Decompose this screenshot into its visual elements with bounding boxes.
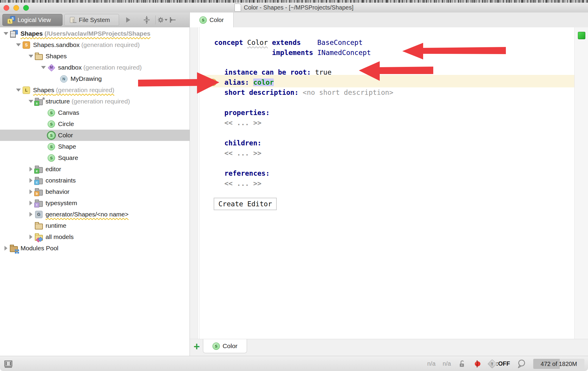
hide-panel-button[interactable] [168, 15, 178, 25]
tree-item-canvas[interactable]: SCanvas [0, 107, 190, 118]
tree-item-runtime[interactable]: runtime [0, 220, 190, 231]
create-editor-button[interactable]: Create Editor [214, 198, 277, 210]
tree-item-suffix: (generation required) [70, 98, 130, 105]
folder-icon [35, 222, 43, 230]
logical-view-tab[interactable]: SL Logical View [2, 14, 62, 26]
tree-item-typesystem[interactable]: ttypesystem [0, 197, 190, 209]
tree-item-color[interactable]: SColor [0, 130, 190, 141]
collapse-arrow-icon[interactable] [40, 66, 46, 69]
concept-sel-icon: S [47, 131, 55, 139]
logical-view-label: Logical View [18, 17, 51, 23]
expand-arrow-icon[interactable] [28, 201, 34, 205]
concept-editor[interactable]: concept Color extends BaseConcept implem… [190, 27, 588, 356]
collapse-arrow-icon[interactable] [3, 32, 9, 35]
tree-item-label: Shapes.sandbox [33, 41, 79, 48]
tree-item-square[interactable]: SSquare [0, 152, 190, 164]
code-cell-pl [301, 39, 317, 46]
code-line-1[interactable]: implements INamedConcept [214, 48, 371, 58]
code-line-8[interactable]: << ... >> [224, 148, 262, 158]
gear-dropdown-caret-icon [165, 19, 168, 21]
tree-item-shapes[interactable]: Shapes (/Users/vaclav/MPSProjects/Shapes [0, 28, 190, 39]
concept-icon: S [212, 342, 220, 350]
code-cell-kw: short description: [224, 89, 298, 96]
code-line-5[interactable]: properties: [224, 108, 270, 118]
code-line-0[interactable]: concept Color extends BaseConcept [214, 37, 363, 48]
code-line-9[interactable]: references: [224, 168, 270, 178]
tree: Shapes (/Users/vaclav/MPSProjects/Shapes… [0, 28, 190, 254]
folder-modules-icon [10, 244, 18, 252]
memory-indicator[interactable]: 472 of 1820M [533, 359, 584, 369]
tree-item-constraints[interactable]: cconstraints [0, 175, 190, 186]
expand-arrow-icon[interactable] [28, 235, 34, 239]
add-tab-button[interactable]: + [192, 342, 202, 352]
tree-item-label: constraints [46, 177, 76, 184]
file-system-tab[interactable]: File System [64, 14, 119, 26]
folder-models-icon [35, 233, 43, 241]
memory-indicator-label: 472 of 1820M [533, 359, 584, 369]
bottom-tab-color[interactable]: S Color [203, 339, 247, 353]
tree-item-label: Circle [58, 120, 74, 127]
expand-arrow-icon[interactable] [28, 178, 34, 183]
tree-item-generator-shapes-no-name[interactable]: Ggenerator/Shapes/<no name> [0, 209, 190, 220]
play-button[interactable] [123, 15, 133, 25]
code-cell-dots: << ... >> [224, 149, 262, 157]
tree-item-label: Shapes [21, 30, 43, 37]
toolbar-separator [155, 15, 156, 24]
code-line-10[interactable]: << ... >> [224, 178, 262, 188]
code-line-6[interactable]: << ... >> [224, 118, 262, 128]
unlocked-padlock-icon[interactable] [458, 360, 466, 368]
code-cell-pl [313, 49, 317, 56]
tree-item-suffix: (generation required) [82, 64, 142, 71]
code-line-4[interactable]: short description: <no short description… [224, 87, 393, 98]
gear-icon [157, 16, 164, 24]
tree-item-sandbox[interactable]: Msandbox (generation required) [0, 62, 190, 73]
code-line-3[interactable]: alias: color [224, 77, 274, 87]
tree-item-mydrawing[interactable]: NMyDrawing [0, 73, 190, 84]
collapse-all-icon [142, 15, 151, 24]
collapse-all-button[interactable] [142, 15, 152, 25]
tree-item-label: typesystem [46, 199, 77, 206]
status-bar: n/a n/a T :OFF 472 of 1820 [0, 356, 588, 371]
tree-item-shapes-sandbox[interactable]: SShapes.sandbox (generation required) [0, 39, 190, 51]
expand-arrow-icon[interactable] [28, 189, 34, 194]
typesystem-toggle[interactable]: T :OFF [489, 360, 510, 367]
code-cell-kw: alias: [224, 78, 249, 86]
code-cell-pl [298, 89, 303, 96]
inspection-status-indicator[interactable] [578, 32, 585, 39]
code-cell-kw: extends [272, 39, 301, 46]
collapse-arrow-icon[interactable] [15, 43, 21, 46]
expand-arrow-icon[interactable] [28, 212, 34, 217]
file-system-label: File System [79, 17, 110, 23]
code-line-2[interactable]: instance can be root: true [224, 67, 331, 77]
diamond-m-icon: M [47, 64, 55, 72]
typesystem-icon: T [488, 359, 497, 368]
tree-item-editor[interactable]: eeditor [0, 164, 190, 175]
editor-tab-color[interactable]: S Color [190, 12, 234, 27]
tree-item-shapes[interactable]: Shapes [0, 51, 190, 62]
intention-bulb-icon[interactable] [209, 79, 217, 86]
migration-alert-icon[interactable] [473, 359, 482, 368]
collapse-arrow-icon[interactable] [28, 55, 34, 58]
notification-bubble-icon[interactable] [517, 359, 526, 369]
tree-item-all-models[interactable]: all models [0, 231, 190, 243]
settings-button[interactable] [157, 15, 168, 25]
code-line-7[interactable]: children: [224, 138, 262, 148]
concept-icon: S [47, 120, 55, 128]
expand-arrow-icon[interactable] [28, 167, 34, 172]
tree-item-circle[interactable]: SCircle [0, 118, 190, 130]
tree-item-behavior[interactable]: bbehavior [0, 186, 190, 197]
status-model-pointer: n/a [427, 360, 436, 367]
toggle-tool-buttons-icon[interactable] [4, 359, 13, 369]
tree-item-shapes[interactable]: LShapes (generation required) [0, 84, 190, 96]
project-tree-panel[interactable]: Shapes (/Users/vaclav/MPSProjects/Shapes… [0, 27, 190, 356]
clipped-background-window-strip [0, 0, 588, 3]
tree-item-shape[interactable]: SShape [0, 141, 190, 152]
code-cell-kw: references: [224, 169, 270, 177]
concept-icon: S [47, 154, 55, 162]
expand-arrow-icon[interactable] [3, 246, 9, 251]
collapse-arrow-icon[interactable] [28, 100, 34, 103]
code-cell-pl [214, 49, 272, 56]
tree-item-modules-pool[interactable]: Modules Pool [0, 243, 190, 254]
tree-item-structure[interactable]: s*structure (generation required) [0, 96, 190, 107]
collapse-arrow-icon[interactable] [15, 89, 21, 92]
